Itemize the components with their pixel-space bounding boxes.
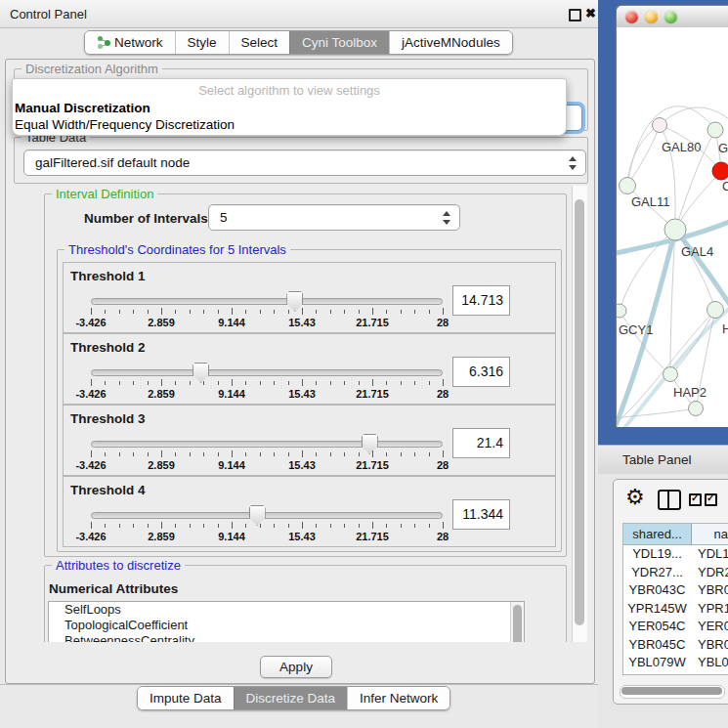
tick-mark	[316, 452, 317, 456]
threshold-slider[interactable]: -3.4262.8599.14415.4321.71528	[91, 406, 443, 475]
tab-discretize-data[interactable]: Discretize Data	[234, 687, 348, 709]
control-panel-titlebar: Control Panel ✖	[0, 0, 598, 28]
table-row[interactable]: YBR043CYBR04	[623, 581, 728, 600]
tab-select[interactable]: Select	[229, 31, 290, 54]
tick-mark	[190, 452, 191, 456]
apply-button[interactable]: Apply	[260, 656, 332, 678]
threshold-slider[interactable]: -3.4262.8599.14415.4321.71528	[91, 334, 443, 404]
tick-mark	[443, 522, 444, 529]
list-item[interactable]: TopologicalCoefficient	[49, 618, 524, 633]
list-scrollbar[interactable]	[510, 602, 524, 642]
network-node-hap2[interactable]	[664, 367, 678, 382]
table-row[interactable]: YPR145WYPR14	[623, 600, 728, 619]
tab-cyni-toolbox[interactable]: Cyni Toolbox	[289, 31, 389, 54]
gear-icon[interactable]: ⚙	[625, 485, 645, 510]
table-row[interactable]: YER054CYER05	[623, 618, 728, 636]
tick-mark	[302, 308, 303, 315]
tab-impute-data[interactable]: Impute Data	[138, 687, 234, 709]
column-header-name[interactable]: na	[692, 524, 728, 544]
node-table: shared... na YDL19...YDL19 YDR27...YDR27…	[622, 523, 728, 675]
tab-style[interactable]: Style	[175, 31, 229, 54]
node-label: HAP2	[673, 385, 707, 400]
zoom-traffic-light-icon[interactable]	[664, 11, 677, 23]
node-label: GAL4	[681, 244, 713, 259]
slider-track[interactable]	[91, 512, 443, 519]
tick-mark	[359, 310, 360, 314]
threshold-value-field[interactable]: 14.713	[452, 285, 510, 316]
network-node-gal11[interactable]	[620, 178, 636, 194]
tick-mark	[245, 452, 246, 456]
column-header-shared[interactable]: shared...	[623, 524, 692, 544]
tab-infer-network[interactable]: Infer Network	[347, 687, 450, 709]
close-traffic-light-icon[interactable]	[625, 11, 638, 23]
slider-tick-labels: -3.4262.8599.14415.4321.71528	[91, 388, 443, 400]
split-columns-icon[interactable]	[658, 490, 681, 510]
tick-mark	[119, 452, 120, 456]
network-window-titlebar[interactable]	[616, 5, 728, 29]
attributes-box: Attributes to discretize Numerical Attri…	[44, 565, 567, 642]
slider-tick-labels: -3.4262.8599.14415.4321.71528	[91, 317, 443, 328]
threshold-slider[interactable]: -3.4262.8599.14415.4321.71528	[91, 477, 443, 546]
slider-track[interactable]	[91, 369, 443, 376]
tab-label: Cyni Toolbox	[302, 31, 377, 54]
tick-mark	[316, 381, 317, 385]
threshold-value-field[interactable]: 21.4	[452, 428, 510, 458]
tick-mark	[119, 381, 120, 385]
num-intervals-combobox[interactable]: 5	[208, 204, 460, 231]
table-data-combobox[interactable]: galFiltered.sif default node	[23, 150, 586, 176]
numerical-attributes-list[interactable]: SelfLoops TopologicalCoefficient Between…	[48, 601, 525, 642]
table-row[interactable]: YBR045CYBR04	[623, 636, 728, 655]
slider-track[interactable]	[91, 298, 443, 305]
tick-mark	[105, 310, 106, 314]
checkbox-icon[interactable]	[705, 493, 717, 506]
table-horizontal-scrollbar[interactable]	[620, 685, 725, 699]
threshold-row-3: Threshold 3 -3.4262.8599.14415.4321.7152…	[63, 405, 556, 476]
slider-ticks	[91, 379, 443, 387]
settings-scrollbar[interactable]	[572, 186, 587, 642]
bottom-tab-bar: Impute Data Discretize Data Infer Networ…	[137, 686, 450, 710]
table-row[interactable]: YLR345WYLR34	[623, 672, 728, 676]
tick-mark	[372, 522, 373, 529]
tick-mark	[274, 310, 275, 314]
popup-option-equal-width[interactable]: Equal Width/Frequency Discretization	[15, 117, 235, 132]
tick-mark	[175, 452, 176, 456]
tick-mark	[443, 308, 444, 315]
threshold-slider[interactable]: -3.4262.8599.14415.4321.71528	[91, 263, 443, 332]
network-node-h[interactable]	[707, 302, 724, 319]
slider-tick-labels: -3.4262.8599.14415.4321.71528	[91, 459, 443, 471]
tick-mark	[386, 381, 387, 385]
network-node-bottom[interactable]	[689, 402, 704, 416]
network-node-top-right[interactable]	[707, 122, 723, 138]
tick-mark	[429, 524, 430, 528]
tick-mark	[105, 524, 106, 528]
table-row[interactable]: YDL19...YDL19	[623, 545, 728, 564]
float-window-icon[interactable]	[569, 9, 581, 21]
tab-jactivemnodules[interactable]: jActiveMNodules	[389, 31, 512, 54]
tab-network[interactable]: Network	[85, 31, 175, 54]
numerical-attributes-label: Numerical Attributes	[49, 581, 178, 596]
network-node-gcy1[interactable]	[617, 304, 626, 318]
list-item[interactable]: BetweennessCentrality	[49, 633, 524, 642]
list-item[interactable]: SelfLoops	[49, 602, 524, 618]
threshold-value-field[interactable]: 11.344	[452, 499, 510, 530]
slider-track[interactable]	[91, 441, 443, 448]
minimize-traffic-light-icon[interactable]	[645, 11, 658, 23]
popup-placeholder: Select algorithm to view settings	[13, 83, 566, 98]
tick-mark	[344, 310, 345, 314]
tick-mark	[359, 452, 360, 456]
tab-label: Style	[188, 31, 217, 54]
table-row[interactable]: YDR27...YDR27	[623, 564, 728, 582]
table-row[interactable]: YBL079WYBL07	[623, 654, 728, 672]
close-icon[interactable]: ✖	[585, 6, 596, 21]
tick-mark	[443, 379, 444, 386]
table-panel: ⚙ shared... na YDL19...YDL19 YDR27...YDR…	[613, 479, 728, 705]
network-node-gal80[interactable]	[653, 118, 667, 133]
tick-mark	[372, 308, 373, 315]
network-view[interactable]: GAL80 GA C GAL11 GAL4 GCY1 H HAP2	[616, 27, 728, 427]
node-label: GAL80	[662, 140, 701, 154]
network-node-gal4[interactable]	[664, 219, 686, 240]
popup-option-manual[interactable]: Manual Discretization	[15, 101, 150, 115]
network-node-red-selected[interactable]	[712, 162, 728, 180]
threshold-value-field[interactable]: 6.316	[452, 357, 510, 387]
checkbox-icon[interactable]	[689, 493, 702, 506]
